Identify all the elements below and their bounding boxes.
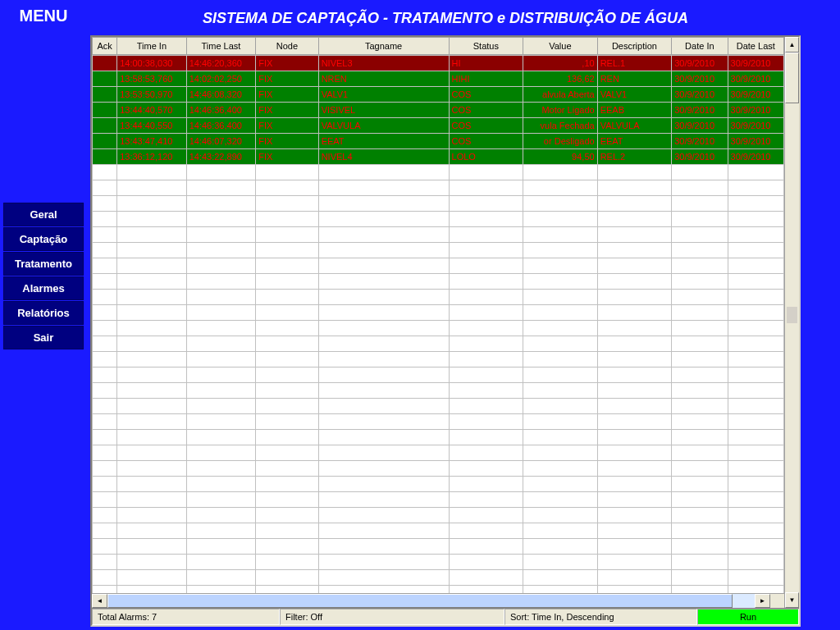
vertical-scrollbar[interactable]: ▲ ▼ [784, 37, 799, 608]
cell-status: COS [449, 134, 523, 149]
table-row[interactable] [93, 586, 784, 594]
menu-button-alarmes[interactable]: Alarmes [3, 276, 84, 300]
table-row[interactable] [93, 274, 784, 290]
table-row[interactable] [93, 414, 784, 430]
table-row[interactable] [93, 321, 784, 336]
hscroll-thumb[interactable] [107, 594, 733, 608]
cell-value: 136,62 [523, 71, 598, 87]
cell-tag: EEAT [318, 134, 449, 149]
cell-status: HIHI [449, 71, 523, 87]
table-row[interactable] [93, 243, 784, 258]
cell-ack [93, 118, 117, 134]
scroll-down-arrow-icon[interactable]: ▼ [785, 592, 799, 608]
cell-datelast: 30/9/2010 [728, 149, 783, 165]
cell-datelast: 30/9/2010 [728, 103, 783, 118]
menu-button-tratamento[interactable]: Tratamento [3, 252, 84, 276]
cell-status: COS [449, 103, 523, 118]
table-row[interactable] [93, 352, 784, 368]
sidebar: MENU GeralCaptaçãoTratamentoAlarmesRelat… [0, 0, 87, 630]
cell-node: FIX [256, 103, 318, 118]
cell-value: 94,50 [523, 149, 598, 165]
column-header[interactable]: Ack [93, 38, 117, 55]
column-header[interactable]: Value [523, 38, 598, 55]
cell-tag: NREN [318, 71, 449, 87]
table-row[interactable] [93, 523, 784, 539]
cell-timelast: 14:43:22,890 [186, 149, 256, 165]
table-row[interactable]: 13:36:12,12014:43:22,890FIXNIVEL4LOLO94,… [93, 149, 784, 165]
cell-value: alvula Aberta [523, 87, 598, 103]
cell-timelast: 14:46:36,400 [186, 103, 256, 118]
cell-ack [93, 103, 117, 118]
vscroll-track[interactable] [785, 52, 799, 592]
table-row[interactable] [93, 227, 784, 243]
table-row[interactable] [93, 477, 784, 492]
table-row[interactable] [93, 290, 784, 305]
table-row[interactable] [93, 368, 784, 383]
column-header[interactable]: Date Last [728, 38, 783, 55]
menu-button-sair[interactable]: Sair [3, 326, 84, 349]
table-row[interactable] [93, 399, 784, 414]
column-header[interactable]: Status [449, 38, 523, 55]
cell-datein: 30/9/2010 [672, 56, 728, 71]
table-row[interactable] [93, 258, 784, 274]
table-row[interactable] [93, 180, 784, 196]
hscroll-track[interactable] [107, 594, 755, 608]
column-header[interactable]: Date In [672, 38, 728, 55]
cell-timelast: 14:02:02,250 [186, 71, 256, 87]
vscroll-thumb[interactable] [785, 52, 799, 103]
table-row[interactable] [93, 165, 784, 180]
column-header[interactable]: Time Last [186, 38, 256, 55]
scroll-up-arrow-icon[interactable]: ▲ [785, 37, 799, 52]
cell-datein: 30/9/2010 [672, 71, 728, 87]
status-run[interactable]: Run [697, 609, 799, 625]
menu-button-captação[interactable]: Captação [3, 227, 84, 251]
table-row[interactable] [93, 539, 784, 555]
table-row[interactable] [93, 508, 784, 523]
table-row[interactable] [93, 305, 784, 321]
cell-timein: 13:44:40,550 [117, 118, 187, 134]
cell-datein: 30/9/2010 [672, 103, 728, 118]
table-row[interactable]: 13:53:50,97014:46:08,320FIXVALV1COSalvul… [93, 87, 784, 103]
scroll-right-arrow-icon[interactable]: ► [755, 594, 770, 608]
table-row[interactable]: 13:43:47,41014:46:07,320FIXEEATCOSor Des… [93, 134, 784, 149]
table-row[interactable] [93, 445, 784, 461]
cell-value: Motor Ligado [523, 103, 598, 118]
table-row[interactable] [93, 383, 784, 399]
cell-ack [93, 87, 117, 103]
cell-timein: 13:44:40,570 [117, 103, 187, 118]
cell-desc: EEAT [597, 134, 672, 149]
column-header[interactable]: Node [256, 38, 318, 55]
cell-datein: 30/9/2010 [672, 149, 728, 165]
horizontal-scrollbar[interactable]: ◄ ► [92, 593, 784, 608]
table-row[interactable] [93, 212, 784, 227]
table-row[interactable] [93, 196, 784, 212]
cell-datelast: 30/9/2010 [728, 134, 783, 149]
cell-value: vula Fechada [523, 118, 598, 134]
scroll-left-arrow-icon[interactable]: ◄ [92, 594, 107, 608]
cell-datein: 30/9/2010 [672, 134, 728, 149]
table-row[interactable] [93, 430, 784, 445]
table-row[interactable] [93, 555, 784, 570]
cell-value: ,10 [523, 56, 598, 71]
cell-timelast: 14:46:07,320 [186, 134, 256, 149]
table-row[interactable]: 13:44:40,55014:46:36,400FIXVALVULACOSvul… [93, 118, 784, 134]
column-header[interactable]: Time In [117, 38, 187, 55]
menu-button-geral[interactable]: Geral [3, 203, 84, 226]
cell-timein: 13:58:53,760 [117, 71, 187, 87]
cell-node: FIX [256, 149, 318, 165]
table-row[interactable] [93, 492, 784, 508]
column-header[interactable]: Tagname [318, 38, 449, 55]
table-row[interactable]: 13:58:53,76014:02:02,250FIXNRENHIHI136,6… [93, 71, 784, 87]
table-row[interactable]: 14:00:38,03014:46:20,360FIXNIVEL3HI,10RE… [93, 56, 784, 71]
cell-datelast: 30/9/2010 [728, 87, 783, 103]
cell-status: HI [449, 56, 523, 71]
cell-datein: 30/9/2010 [672, 118, 728, 134]
table-row[interactable] [93, 461, 784, 477]
table-row[interactable]: 13:44:40,57014:46:36,400FIXVISIVELCOSMot… [93, 103, 784, 118]
table-row[interactable] [93, 336, 784, 352]
column-header[interactable]: Description [597, 38, 672, 55]
cell-ack [93, 134, 117, 149]
table-row[interactable] [93, 570, 784, 586]
cell-desc: VALVULA [597, 118, 672, 134]
menu-button-relatórios[interactable]: Relatórios [3, 301, 84, 325]
